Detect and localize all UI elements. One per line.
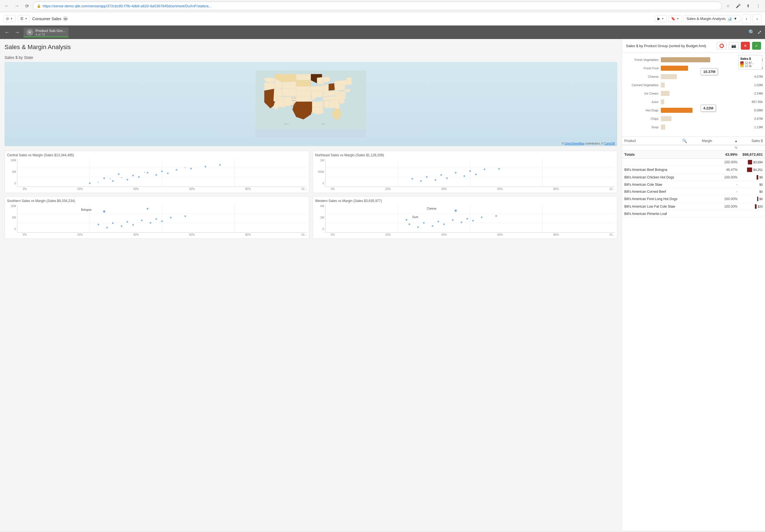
star-button[interactable]: ☆ [724,2,732,10]
app-name-label: Consumer Sales [32,17,62,21]
row-sales: $3,694 [737,160,763,164]
forward-button[interactable]: → [13,2,21,10]
sales-value: $0 [759,183,763,186]
sheet-title-button[interactable]: Sales & Margin Analysis 📊 ▼ [684,15,740,22]
svg-text:STATES: STATES [292,100,296,101]
bar-label: Fresh Vegetables [624,58,661,62]
bar-value: 1.02M [754,83,763,87]
svg-point-58 [141,219,143,221]
home-nav-button[interactable]: ⊙ ▼ [3,15,15,22]
bar-row[interactable]: Cheese4.07M [622,72,765,81]
prev-sheet-button[interactable]: ‹ [742,14,751,23]
tooltip-2-value: 4.22M [703,106,713,110]
state-indiana [324,85,329,92]
home-caret: ▼ [10,17,13,20]
svg-point-74 [408,223,410,225]
row-product: Bill's American Beef Bologna [624,168,712,172]
scatter-southern-chart: Bologna [17,204,307,233]
sel-clear-button[interactable]: ✕ [26,29,33,36]
svg-point-75 [423,222,424,224]
row-margin: - [712,183,737,186]
scatter-central-y-max: 10M [11,159,16,162]
svg-point-42 [469,170,471,172]
state-new-england [347,77,352,85]
scatter-central: Central Sales vs Margin (Sales $13,344,4… [4,151,309,193]
share-button[interactable]: ⬆ [744,2,752,10]
table-row[interactable]: Bill's American Beef Bologna46.47%$4,251 [622,166,765,174]
table-row[interactable]: Bill's American Chicken Hot Dogs100.00%$… [622,174,765,181]
svg-point-25 [205,166,207,167]
table-totals-row: Totals 43.99% $98,672,601 [622,151,765,158]
osm-link[interactable]: OpenStreetMap [564,142,584,145]
bar-track [661,57,751,62]
table-section: Product 🔍 Margin ▲ Sales $ % Totals 43.9… [622,137,765,531]
svg-point-14 [118,173,120,175]
svg-point-63 [150,222,151,224]
bologna-label: Bologna [81,208,92,211]
present-button[interactable]: ▶ ▼ [655,15,667,22]
sel-forward-button[interactable]: → [13,28,21,37]
svg-point-20 [138,176,140,178]
sales-value: $0 [759,190,763,193]
table-row[interactable]: Bill's American Cole Slaw-$0 [622,181,765,188]
lock-icon: 🔒 [37,4,41,8]
list-nav-button[interactable]: ☰ ▼ [18,15,30,22]
back-button[interactable]: ← [3,2,11,10]
svg-point-65 [106,227,108,228]
snapshot-button[interactable]: 📷 [729,42,739,49]
bar-row[interactable]: Juice857.55k [622,98,765,106]
scatter-ne-x-labels: 0% 20% 40% 60% 80% 10... [325,187,615,190]
bar-row[interactable]: Ice Cream2.24M [622,89,765,98]
state-nebraska [296,87,311,91]
svg-point-85 [495,215,497,217]
sel-expand-button[interactable]: ⤢ [757,29,762,35]
totals-label: Totals [624,152,712,156]
chart-legend: Sales $ 12.87... 12.3k [738,55,762,70]
bookmark-button[interactable]: 🔖 ▼ [668,15,682,22]
totals-margin: 43.99% [712,152,737,156]
carto-link[interactable]: CartoDB [604,142,615,145]
svg-point-26 [219,164,221,166]
bar-chart-section: Sales $ 12.87... 12.3k 10.37M 4.22M Fres… [622,53,765,137]
bar-row[interactable]: Chips2.67M [622,115,765,123]
main-content: Sales & Margin Analysis Sales $ by State [0,39,765,531]
mic-button[interactable]: 🎤 [734,2,742,10]
bar-fill [661,116,671,121]
browser-chrome: ← → ⟳ 🔒 https://sense-demo.qlik.com/sens… [0,0,765,12]
table-search-button[interactable]: 🔍 [682,138,687,143]
chip-title: Product Sub Gro... [35,29,66,33]
bar-row[interactable]: Hot Dogs8.08M [622,106,765,115]
lasso-button[interactable]: ⭕ [717,42,727,49]
url-text[interactable]: https://sense-demo.qlik.com/sense/app/37… [43,4,718,8]
confirm-chart-button[interactable]: ✓ [752,42,761,50]
next-sheet-button[interactable]: › [753,14,762,23]
table-row[interactable]: Bill's American Corned Beef-$0 [622,188,765,195]
svg-point-30 [121,177,122,178]
table-row[interactable]: Bill's American Pimento Loaf [622,210,765,217]
bar-row[interactable]: Soup1.13M [622,123,765,131]
table-row[interactable]: 100.00%$3,694 [622,158,765,166]
sort-indicator[interactable]: ▲ [735,139,737,142]
menu-button[interactable]: ⋮ [754,2,762,10]
bar-label: Hot Dogs [624,109,661,112]
svg-text:CUBA: CUBA [322,123,325,125]
table-row[interactable]: Bill's American Low Fat Cole Slaw100.00%… [622,203,765,210]
bar-track [661,83,752,88]
refresh-button[interactable]: ⟳ [23,2,31,10]
sel-back-button[interactable]: ← [3,28,11,37]
row-product: Bill's American Corned Beef [624,190,712,194]
scatter-w-y-max: 4M [320,204,324,208]
bar-fill [661,99,664,105]
close-chart-button[interactable]: ✕ [741,42,750,50]
sel-search-button[interactable]: 🔍 [748,29,755,35]
page-title: Sales & Margin Analysis [4,44,617,51]
state-alabama [329,100,335,109]
bar-label: Ice Cream [624,92,661,95]
row-sales: $9 [737,175,763,179]
bar-row[interactable]: Canned Vegetables1.02M [622,81,765,89]
svg-point-44 [434,179,436,181]
table-row[interactable]: Bill's American Foot-Long Hot Dogs100.00… [622,195,765,203]
map-container[interactable]: UNITED STATES OF AMERICA MEXICO CUBA © O… [4,62,617,146]
svg-text:MEXICO: MEXICO [284,123,289,125]
col-margin-header: Margin [702,139,712,143]
